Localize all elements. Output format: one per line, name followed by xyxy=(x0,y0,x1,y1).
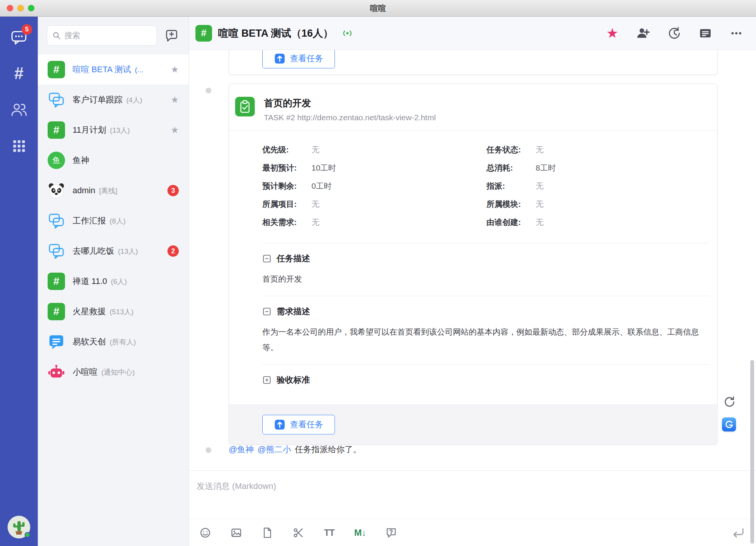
mention-link-yushen[interactable]: @鱼神 xyxy=(229,445,254,454)
mention-link-xiongerxiao[interactable]: @熊二小 xyxy=(257,445,291,454)
new-chat-button[interactable] xyxy=(164,28,179,43)
channel-hash-icon: # xyxy=(48,61,65,78)
group-chat-icon xyxy=(48,242,65,260)
acceptance-criteria-section: 验收标准 xyxy=(262,364,710,405)
emoji-icon xyxy=(199,527,211,539)
chat-header: # 喧喧 BETA 测试（16人） ★ xyxy=(189,17,756,50)
chat-item-order-tracking[interactable]: 客户订单跟踪(4人) ★ xyxy=(38,85,189,115)
image-button[interactable] xyxy=(230,526,243,539)
message-dot xyxy=(206,447,211,453)
chat-item-work-report[interactable]: 工作汇报(8人) xyxy=(38,206,189,236)
file-button[interactable] xyxy=(261,526,274,539)
search-input[interactable] xyxy=(64,31,151,40)
message-list: 查看任务 首 xyxy=(189,50,756,470)
task-description-section: 任务描述 首页的开发 xyxy=(262,243,710,296)
add-person-icon xyxy=(637,26,650,40)
history-button[interactable] xyxy=(668,26,681,40)
chat-item-xuanxuan-beta[interactable]: # 喧喧 BETA 测试(... ★ xyxy=(38,54,189,85)
emoji-button[interactable] xyxy=(199,526,212,539)
mention-message: @鱼神@熊二小任务指派给你了。 xyxy=(229,444,361,455)
text-format-button[interactable]: TT xyxy=(323,526,336,539)
channel-hash-icon: # xyxy=(48,273,65,290)
favorite-button[interactable]: ★ xyxy=(606,26,619,40)
scissors-icon xyxy=(292,527,304,539)
search-box[interactable] xyxy=(47,25,157,46)
view-task-button[interactable]: 查看任务 xyxy=(262,50,335,68)
task-link: TASK #2 http://demo.zentao.net/task-view… xyxy=(264,113,436,122)
section-collapse-toggle[interactable]: 任务描述 xyxy=(262,253,710,264)
task-fields: 优先级:无 任务状态:无 最初预计:10工时 总消耗:8工时 预计剩余:0工时 … xyxy=(229,131,717,243)
g-glyph-icon xyxy=(724,420,734,430)
requirement-description-section: 需求描述 作为一名本公司的用户，我希望可以在首页看到该公司网站的基本内容，例如最… xyxy=(262,296,710,364)
chat-item-easysoft[interactable]: 易软天创(所有人) xyxy=(38,327,189,357)
section-expand-toggle[interactable]: 验收标准 xyxy=(262,374,710,386)
group-chat-icon xyxy=(48,212,65,230)
app-window: 喧喧 5 # xyxy=(0,0,756,546)
online-status-dot xyxy=(25,532,30,538)
browser-app-icon[interactable] xyxy=(722,417,736,431)
nav-contacts-button[interactable] xyxy=(0,92,38,128)
markdown-toggle-button[interactable]: M↓ xyxy=(354,526,367,539)
chat-item-where-to-eat[interactable]: 去哪儿吃饭(13人) 2 xyxy=(38,236,189,266)
favorite-star-icon: ★ xyxy=(170,126,179,135)
panel-list-icon xyxy=(699,26,712,40)
task-card: 首页的开发 TASK #2 http://demo.zentao.net/tas… xyxy=(229,84,717,445)
message-input[interactable]: 发送消息 (Markdown) xyxy=(189,471,756,519)
contacts-icon xyxy=(10,101,28,118)
sidebar-toggle-button[interactable] xyxy=(699,26,712,40)
ellipsis-icon xyxy=(730,26,743,40)
hash-icon: # xyxy=(14,65,23,82)
channel-hash-icon: # xyxy=(48,303,65,320)
task-clipboard-icon xyxy=(235,97,255,116)
favorite-star-icon: ★ xyxy=(606,26,618,40)
zoom-window-button[interactable] xyxy=(28,5,34,11)
return-key-icon xyxy=(731,526,745,540)
user-avatar[interactable] xyxy=(8,516,30,538)
sidebar-search-row xyxy=(38,17,189,54)
open-task-icon xyxy=(274,53,285,64)
user-avatar-yushen: 鱼 xyxy=(48,152,65,169)
section-collapse-toggle[interactable]: 需求描述 xyxy=(262,306,710,317)
collapse-minus-icon xyxy=(262,254,271,263)
image-icon xyxy=(230,527,242,539)
invite-member-button[interactable] xyxy=(637,26,650,40)
chat-item-mars-rescue[interactable]: # 火星救援(513人) xyxy=(38,296,189,327)
chat-title: 喧喧 BETA 测试（16人） xyxy=(218,26,333,40)
file-icon xyxy=(261,527,273,539)
message-dot xyxy=(206,88,211,93)
unread-badge: 3 xyxy=(167,185,179,196)
chat-item-little-xuanxuan[interactable]: 小喧喧(通知中心) xyxy=(38,357,189,387)
scrollbar-thumb[interactable] xyxy=(750,360,754,544)
message-input-placeholder: 发送消息 (Markdown) xyxy=(197,481,276,491)
expand-plus-icon xyxy=(262,375,271,385)
channel-hash-icon: # xyxy=(48,121,65,139)
chat-sidebar: # 喧喧 BETA 测试(... ★ 客户订单跟踪(4人) ★ xyxy=(38,17,189,546)
task-card-partial: 查看任务 xyxy=(229,50,717,75)
send-button[interactable] xyxy=(731,526,745,540)
nav-chats-button[interactable]: 5 xyxy=(0,19,38,55)
unread-total-badge: 5 xyxy=(22,24,32,35)
titlebar: 喧喧 xyxy=(0,0,756,17)
minimize-window-button[interactable] xyxy=(17,5,24,11)
refresh-icon xyxy=(723,396,736,408)
view-task-button[interactable]: 查看任务 xyxy=(262,415,335,434)
nav-rail: 5 # xyxy=(0,17,38,546)
favorite-star-icon: ★ xyxy=(170,95,179,104)
history-clock-icon xyxy=(668,26,681,40)
nav-apps-button[interactable] xyxy=(0,128,38,164)
nav-channels-button[interactable]: # xyxy=(0,55,38,92)
chat-item-zentao-11[interactable]: # 禅道 11.0(6人) xyxy=(38,266,189,296)
chat-list: # 喧喧 BETA 测试(... ★ 客户订单跟踪(4人) ★ xyxy=(38,54,189,546)
chat-item-admin[interactable]: admin[离线] 3 xyxy=(38,175,189,206)
more-menu-button[interactable] xyxy=(730,26,743,40)
screenshot-button[interactable] xyxy=(292,526,305,539)
apps-grid-icon xyxy=(11,138,26,154)
header-actions: ★ xyxy=(606,26,743,40)
task-card-footer: 查看任务 xyxy=(229,405,717,444)
close-window-button[interactable] xyxy=(7,5,13,11)
unread-badge: 2 xyxy=(167,245,179,257)
chat-item-yushen[interactable]: 鱼 鱼神 xyxy=(38,145,189,175)
chat-item-november-plan[interactable]: # 11月计划(13人) ★ xyxy=(38,115,189,145)
help-button[interactable] xyxy=(385,526,398,539)
refresh-button[interactable] xyxy=(723,396,736,408)
